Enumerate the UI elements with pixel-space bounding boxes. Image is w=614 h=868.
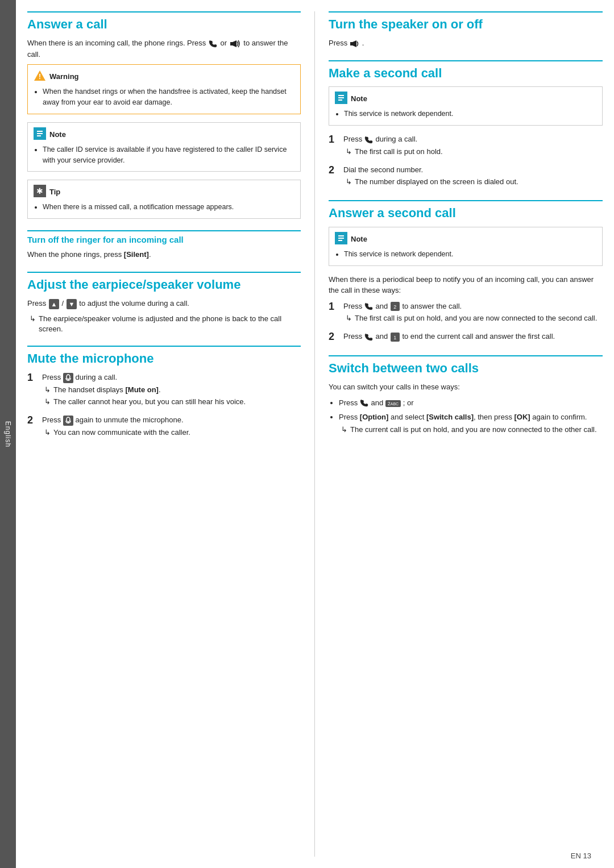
answer-second-call-note-item: This service is network dependent. (344, 249, 596, 260)
make-second-call-note-item: This service is network dependent. (344, 109, 596, 119)
answer-second-call-arrow-1: ↳ The first call is put on hold, and you… (346, 313, 603, 323)
phone-icon-make (364, 136, 374, 144)
mute-step-1-content: Press during a call. ↳ The handset (42, 372, 301, 409)
warning-item: When the handset rings or when the hands… (43, 86, 294, 108)
tip-item: When there is a missed call, a notificat… (43, 202, 294, 213)
adjust-volume-title: Adjust the earpiece/speaker volume (27, 272, 301, 292)
note-box-1: Note The caller ID service is available … (27, 122, 301, 172)
phone-icon-ans (364, 302, 374, 310)
num-1-icon: 1 (391, 333, 400, 342)
tip-label: Tip (49, 188, 60, 196)
num-2-icon: 2ABC (391, 302, 400, 311)
make-second-call-title: Make a second call (329, 60, 603, 81)
switch-calls-list: Press and 2ABC ; or Press [Option] and s… (329, 397, 603, 435)
adjust-volume-body: Press ▲ / ▼ to adjust the volume during … (27, 298, 301, 309)
tip-icon: ✱ (34, 185, 46, 199)
note-header-1: Note (34, 127, 294, 142)
mute-step-2: 2 Press again to unmute the microphone. (27, 414, 301, 439)
answer-second-call-step-1: 1 Press and 2ABC to answer the call. (329, 301, 603, 326)
mute-microphone-section: Mute the microphone 1 Press du (27, 346, 301, 439)
warning-box: ! Warning When the handset rings or when… (27, 64, 301, 114)
side-tab-label: English (4, 421, 12, 447)
svg-text:▲: ▲ (51, 301, 57, 308)
speaker-icon-2 (350, 39, 362, 48)
side-tab: English (0, 0, 16, 868)
svg-rect-0 (230, 42, 233, 45)
mic-icon-2 (63, 416, 73, 426)
warning-list: When the handset rings or when the hands… (34, 86, 294, 108)
make-second-call-section: Make a second call Note (329, 60, 603, 189)
turn-speaker-title: Turn the speaker on or off (329, 11, 603, 32)
answer-second-call-note-list: This service is network dependent. (335, 249, 596, 260)
warning-label: Warning (49, 72, 79, 81)
switch-calls-section: Switch between two calls You can switch … (329, 355, 603, 435)
mute-microphone-title: Mute the microphone (27, 346, 301, 366)
make-second-call-note-icon (335, 92, 347, 106)
svg-rect-23 (338, 95, 344, 96)
answer-a-call-section: Answer a call When there is an incoming … (27, 11, 301, 219)
switch-calls-title: Switch between two calls (329, 355, 603, 376)
phone-icon-ans2 (364, 333, 374, 341)
turn-speaker-section: Turn the speaker on or off Press . (329, 11, 603, 49)
note-icon-1 (34, 127, 46, 142)
answer-second-call-body: When there is a periodical beep to notif… (329, 274, 603, 296)
main-content: Answer a call When there is an incoming … (16, 0, 614, 868)
switch-calls-item-1: Press and 2ABC ; or (339, 397, 603, 409)
phone-icon (209, 40, 218, 48)
note-list-1: The caller ID service is available if yo… (34, 144, 294, 166)
vol-down-icon: ▼ (67, 299, 77, 309)
mute-arrow-1b: ↳ The caller cannot hear you, but you ca… (44, 397, 301, 407)
speaker-icon (230, 40, 241, 48)
make-second-call-arrow-2: ↳ The number displayed on the screen is … (346, 177, 603, 187)
switch-calls-arrow: ↳ The current call is put on hold, and y… (341, 425, 603, 435)
tip-box: ✱ Tip When there is a missed call, a not… (27, 180, 301, 219)
svg-rect-7 (37, 135, 41, 136)
svg-rect-25 (338, 99, 342, 101)
svg-rect-24 (338, 97, 344, 98)
answer-second-call-step-2: 2 Press and 1 to end the current call an… (329, 331, 603, 344)
mute-arrow-1a: ↳ The handset displays [Mute on]. (44, 385, 301, 395)
make-second-call-step-1: 1 Press during a call. ↳ The first call … (329, 134, 603, 159)
vol-up-icon: ▲ (49, 299, 59, 309)
turn-off-ringer-title: Turn off the ringer for an incoming call (27, 230, 301, 244)
svg-rect-6 (37, 133, 43, 134)
answer-second-call-note-label: Note (351, 235, 367, 243)
adjust-volume-arrow: ↳ The earpiece/speaker volume is adjuste… (30, 314, 301, 334)
turn-speaker-body: Press . (329, 38, 603, 49)
make-second-call-note-label: Note (351, 94, 367, 103)
svg-rect-5 (37, 131, 43, 132)
make-second-call-note-header: Note (335, 92, 596, 106)
warning-icon: ! (34, 69, 46, 84)
tip-header: ✱ Tip (34, 185, 294, 199)
svg-rect-28 (338, 238, 344, 239)
answer-a-call-body: When there is an incoming call, the phon… (27, 38, 301, 60)
svg-text:▼: ▼ (68, 301, 74, 308)
answer-second-call-note-header: Note (335, 232, 596, 246)
make-second-call-arrow-1: ↳ The first call is put on hold. (346, 147, 603, 157)
make-second-call-note: Note This service is network dependent. (329, 86, 603, 126)
adjust-volume-section: Adjust the earpiece/speaker volume Press… (27, 272, 301, 334)
answer-second-call-title: Answer a second call (329, 200, 603, 221)
mute-step-1-num: 1 (27, 372, 38, 384)
svg-rect-20 (350, 42, 352, 45)
mute-step-2-num: 2 (27, 414, 38, 427)
svg-rect-27 (338, 235, 344, 236)
answer-second-call-note: Note This service is network dependent. (329, 227, 603, 266)
answer-second-call-note-icon (335, 232, 347, 246)
left-column: Answer a call When there is an incoming … (27, 11, 315, 857)
note-item-1: The caller ID service is available if yo… (43, 144, 294, 166)
mute-step-2-content: Press again to unmute the microphone. ↳ (42, 414, 301, 439)
num-2-switch-icon: 2ABC (385, 400, 401, 407)
svg-text:!: ! (39, 73, 41, 81)
note-label-1: Note (49, 130, 66, 139)
make-second-call-note-list: This service is network dependent. (335, 109, 596, 119)
tip-list: When there is a missed call, a notificat… (34, 202, 294, 213)
svg-marker-21 (352, 40, 356, 47)
adjust-volume-step: Press ▲ / ▼ to adjust the volume during … (27, 298, 301, 334)
make-second-call-step-2: 2 Dial the second number. ↳ The number d… (329, 164, 603, 189)
answer-a-call-title: Answer a call (27, 11, 301, 32)
turn-off-ringer-section: Turn off the ringer for an incoming call… (27, 230, 301, 260)
mute-step-1: 1 Press during a call. (27, 372, 301, 409)
mic-icon-1 (63, 373, 73, 383)
turn-off-ringer-body: When the phone rings, press [Silent]. (27, 249, 301, 260)
